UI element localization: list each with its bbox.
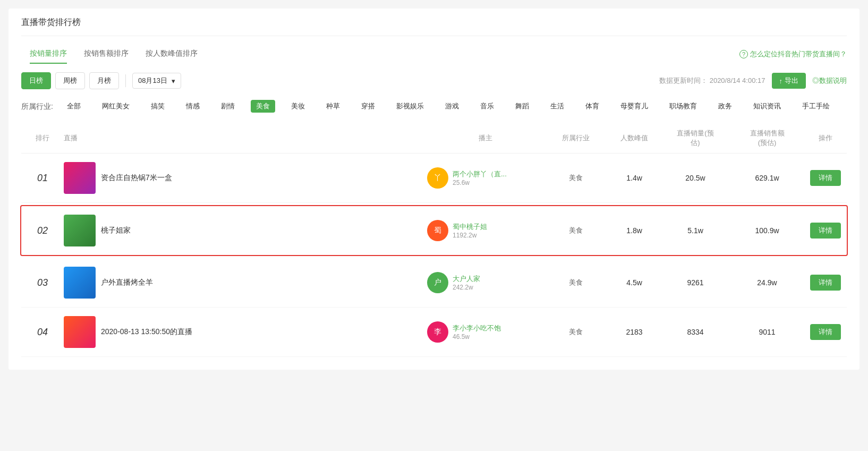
table-header: 排行 直播 播主 所属行业 人数峰值 直播销量(预估) 直播销售额(预估) 操作 [21, 123, 847, 154]
industry-tag-handcraft[interactable]: 手工手绘 [797, 100, 835, 113]
header-sales-volume: 直播销量(预估) [661, 129, 730, 148]
industry-tag-workplace[interactable]: 职场教育 [664, 100, 702, 113]
industry-tag-all[interactable]: 全部 [62, 100, 86, 113]
tab-peak-users[interactable]: 按人数峰值排序 [137, 45, 206, 64]
help-icon: ? [739, 50, 748, 58]
anchor-avatar: 户 [427, 272, 448, 293]
page-title: 直播带货排行榜 [21, 17, 847, 36]
live-info: 桃子姐家 [64, 215, 427, 246]
header-peak-users: 人数峰值 [608, 133, 661, 143]
header-industry: 所属行业 [544, 133, 608, 143]
industry-tag-life[interactable]: 生活 [545, 100, 569, 113]
anchor-info: 户 大户人家 242.2w [427, 272, 544, 293]
anchor-name[interactable]: 两个小胖丫（直... [453, 169, 507, 179]
monthly-btn[interactable]: 月榜 [89, 72, 119, 89]
industry-tag-beauty[interactable]: 网红美女 [97, 100, 135, 113]
industry-tag-drama[interactable]: 剧情 [216, 100, 240, 113]
data-desc-link[interactable]: ◎数据说明 [812, 76, 847, 86]
upload-icon: ↑ [779, 77, 783, 85]
divider [125, 74, 126, 87]
col-sales-amount: 9011 [730, 328, 804, 336]
anchor-details: 大户人家 242.2w [453, 274, 480, 291]
table-row: 02 桃子姐家 蜀 蜀中桃子姐 1192.2w 美食 1.8w 5.1w 100… [20, 205, 848, 256]
anchor-avatar: 蜀 [427, 220, 448, 241]
date-select[interactable]: 08月13日 ▾ [132, 73, 181, 89]
col-sales-volume: 8334 [661, 328, 730, 336]
filter-row: 日榜 周榜 月榜 08月13日 ▾ 数据更新时间： 2020/8/14 4:00… [21, 72, 847, 89]
live-title: 桃子姐家 [101, 226, 131, 235]
anchor-followers: 25.6w [453, 179, 507, 186]
industry-tag-funny[interactable]: 搞笑 [146, 100, 170, 113]
live-title: 2020-08-13 13:50:50的直播 [101, 327, 192, 337]
table-row: 04 2020-08-13 13:50:50的直播 李 李小李小吃不饱 46.5… [21, 308, 847, 357]
detail-button[interactable]: 详情 [810, 275, 841, 291]
live-thumbnail [64, 162, 96, 194]
col-industry: 美食 [544, 278, 608, 287]
col-sales-amount: 629.1w [730, 174, 804, 182]
col-sales-volume: 20.5w [661, 174, 730, 182]
col-sales-volume: 9261 [661, 278, 730, 287]
col-industry: 美食 [544, 226, 608, 235]
industry-tag-parenting[interactable]: 母婴育儿 [615, 100, 653, 113]
industry-tag-fashion[interactable]: 穿搭 [356, 100, 380, 113]
live-thumbnail [64, 267, 96, 299]
detail-button[interactable]: 详情 [810, 324, 841, 340]
weekly-btn[interactable]: 周榜 [55, 72, 85, 89]
industry-tag-music[interactable]: 音乐 [475, 100, 499, 113]
detail-button[interactable]: 详情 [810, 223, 841, 239]
col-industry: 美食 [544, 327, 608, 337]
header-action: 操作 [804, 133, 847, 143]
col-peak-users: 4.5w [608, 278, 661, 287]
industry-tag-politics[interactable]: 政务 [713, 100, 737, 113]
industry-filter-row: 所属行业: 全部网红美女搞笑情感剧情美食美妆种草穿搭影视娱乐游戏音乐舞蹈生活体育… [21, 100, 847, 113]
live-info: 资合庄自热锅7米一盒 [64, 162, 427, 194]
tab-help-link[interactable]: ? 怎么定位抖音热门带货直播间？ [739, 49, 847, 59]
tab-sales-amount[interactable]: 按销售额排序 [75, 45, 137, 64]
industry-tag-dance[interactable]: 舞蹈 [510, 100, 534, 113]
col-peak-users: 1.8w [608, 226, 661, 235]
live-title: 资合庄自热锅7米一盒 [101, 173, 172, 183]
industry-tag-games[interactable]: 游戏 [440, 100, 464, 113]
anchor-avatar: 李 [427, 321, 448, 343]
live-title: 户外直播烤全羊 [101, 278, 153, 287]
col-peak-users: 1.4w [608, 174, 661, 182]
anchor-details: 两个小胖丫（直... 25.6w [453, 169, 507, 186]
tabs-left: 按销量排序 按销售额排序 按人数峰值排序 [21, 45, 206, 64]
industry-tag-makeup[interactable]: 美妆 [286, 100, 310, 113]
table-body: 01 资合庄自热锅7米一盒 丫 两个小胖丫（直... 25.6w 美食 1.4w… [21, 154, 847, 357]
col-sales-volume: 5.1w [661, 226, 730, 235]
tabs-row: 按销量排序 按销售额排序 按人数峰值排序 ? 怎么定位抖音热门带货直播间？ [21, 45, 847, 64]
rank-number: 04 [37, 327, 48, 337]
header-rank: 排行 [21, 133, 64, 143]
rank-number: 03 [37, 277, 48, 288]
industry-tag-emotion[interactable]: 情感 [181, 100, 205, 113]
anchor-followers: 242.2w [453, 284, 480, 291]
rank-number: 01 [37, 173, 48, 183]
industry-tag-food[interactable]: 美食 [251, 100, 275, 113]
selected-date: 08月13日 [138, 76, 167, 86]
anchor-name[interactable]: 大户人家 [453, 274, 480, 284]
daily-btn[interactable]: 日榜 [21, 72, 51, 89]
industry-label: 所属行业: [21, 100, 53, 112]
industry-tag-entertainment[interactable]: 影视娱乐 [391, 100, 429, 113]
rank-number: 02 [37, 225, 48, 236]
filter-left: 日榜 周榜 月榜 08月13日 ▾ [21, 72, 181, 89]
detail-button[interactable]: 详情 [810, 170, 841, 186]
anchor-followers: 1192.2w [453, 232, 487, 239]
anchor-details: 李小李小吃不饱 46.5w [453, 324, 501, 341]
anchor-followers: 46.5w [453, 333, 501, 341]
industry-tag-sports[interactable]: 体育 [580, 100, 605, 113]
anchor-info: 蜀 蜀中桃子姐 1192.2w [427, 220, 544, 241]
live-info: 2020-08-13 13:50:50的直播 [64, 316, 427, 348]
anchor-name[interactable]: 蜀中桃子姐 [453, 222, 487, 232]
live-thumbnail [64, 215, 96, 246]
industry-tag-grass[interactable]: 种草 [321, 100, 345, 113]
industry-tag-knowledge[interactable]: 知识资讯 [748, 100, 786, 113]
anchor-info: 李 李小李小吃不饱 46.5w [427, 321, 544, 343]
update-time-label: 数据更新时间： 2020/8/14 4:00:17 [659, 76, 765, 86]
anchor-name[interactable]: 李小李小吃不饱 [453, 324, 501, 333]
col-sales-amount: 24.9w [730, 278, 804, 287]
export-button[interactable]: ↑ 导出 [772, 73, 806, 89]
table-row: 03 户外直播烤全羊 户 大户人家 242.2w 美食 4.5w 9261 24… [21, 258, 847, 308]
tab-sales-count[interactable]: 按销量排序 [21, 45, 75, 64]
